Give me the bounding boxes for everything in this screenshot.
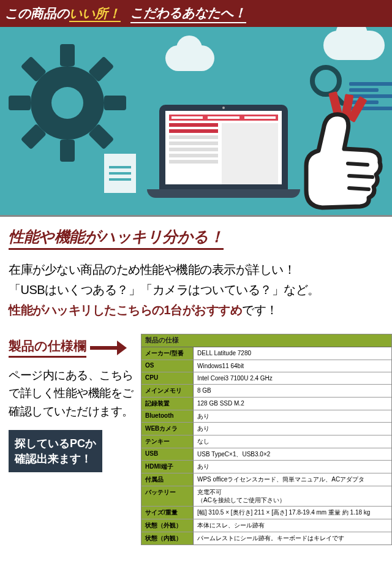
table-row: テンキーなし (141, 435, 391, 448)
spec-value: DELL Latitude 7280 (194, 347, 391, 360)
spec-value: パームレストにシール跡有。キーボードはキレイです (194, 532, 391, 545)
spec-table-header: 製品の仕様 (141, 334, 391, 347)
table-row: メーカー/型番DELL Latitude 7280 (141, 347, 391, 360)
spec-key: テンキー (141, 435, 194, 448)
table-row: Bluetoothあり (141, 410, 391, 423)
table-row: 状態（外観）本体にスレ、シール跡有 (141, 519, 391, 532)
spec-value: あり (194, 423, 391, 435)
arrow-right-icon (90, 346, 118, 350)
spec-value: 128 GB SSD M.2 (194, 398, 391, 410)
body-line-1: 在庫が少ない商品のため性能や機能の表示が詳しい！ (9, 263, 295, 276)
svg-point-9 (51, 87, 83, 119)
body-line-3b: です！ (242, 303, 278, 317)
spec-cta-badge: 探しているPCか 確認出来ます！ (9, 430, 102, 472)
spec-key: 記録装置 (141, 398, 194, 410)
spec-value: [幅] 310.5 × [奥行き] 211 × [高さ] 17.8-19.4 m… (194, 507, 391, 519)
spec-key: USB (141, 448, 194, 460)
svg-rect-1 (60, 44, 75, 66)
svg-point-10 (312, 67, 339, 94)
table-row: バッテリー充電不可 （ACを接続してご使用下さい） (141, 486, 391, 507)
spec-key: 状態（外観） (141, 519, 194, 532)
table-row: CPUIntel Corei3 7100U 2.4 GHz (141, 372, 391, 385)
promo-header: この商品のいい所！ こだわるあなたへ！ (0, 0, 392, 27)
spec-table: 製品の仕様 メーカー/型番DELL Latitude 7280OSWindows… (141, 334, 392, 545)
spec-key: Bluetooth (141, 410, 194, 422)
spec-key: メインメモリ (141, 385, 194, 397)
spec-key: メーカー/型番 (141, 347, 194, 360)
cta-line-2: 確認出来ます！ (15, 453, 92, 465)
feature-section: 性能や機能がハッキリ分かる！ 在庫が少ない商品のため性能や機能の表示が詳しい！ … (0, 217, 392, 328)
spec-value: あり (194, 410, 391, 422)
spec-key: WEBカメラ (141, 423, 194, 435)
header-tagline: こだわるあなたへ！ (130, 4, 246, 23)
cta-line-1: 探しているPCか (15, 437, 96, 450)
svg-rect-3 (9, 96, 31, 110)
section-body: 在庫が少ない商品のため性能や機能の表示が詳しい！ 「USBはいくつある？」「カメ… (9, 260, 383, 320)
table-row: HDMI端子あり (141, 461, 391, 473)
table-row: WEBカメラあり (141, 423, 391, 435)
thumbs-up-icon (276, 99, 392, 217)
spec-key: OS (141, 360, 194, 372)
spec-row: 製品の仕様欄 ページ内にある、こちらで詳しく性能や機能をご確認していただけます。… (0, 334, 392, 545)
table-row: サイズ/重量[幅] 310.5 × [奥行き] 211 × [高さ] 17.8-… (141, 507, 391, 519)
spec-value: 充電不可 （ACを接続してご使用下さい） (194, 486, 391, 506)
spec-value: なし (194, 435, 391, 448)
spec-label: 製品の仕様欄 (9, 337, 86, 358)
table-row: 記録装置128 GB SSD M.2 (141, 398, 391, 410)
spec-value: USB TypeC×1、USB3.0×2 (194, 448, 391, 460)
spec-value: 8 GB (194, 385, 391, 397)
table-row: 状態（内観）パームレストにシール跡有。キーボードはキレイです (141, 532, 391, 545)
section-title: 性能や機能がハッキリ分かる！ (9, 227, 224, 250)
header-highlight: いい所！ (69, 6, 121, 22)
spec-value: Windows11 64bit (194, 360, 391, 372)
body-line-2: 「USBはいくつある？」「カメラはついている？」など。 (9, 283, 320, 296)
spec-value: WPS officeライセンスカード、簡単マニュアル、ACアダプタ (194, 473, 391, 486)
spec-description: ページ内にある、こちらで詳しく性能や機能をご確認していただけます。 (9, 366, 140, 420)
spec-value: 本体にスレ、シール跡有 (194, 519, 391, 532)
header-prefix: この商品のいい所！ (5, 5, 121, 22)
table-row: 付属品WPS officeライセンスカード、簡単マニュアル、ACアダプタ (141, 473, 391, 486)
spec-value: Intel Corei3 7100U 2.4 GHz (194, 372, 391, 384)
spec-key: サイズ/重量 (141, 507, 194, 519)
table-row: OSWindows11 64bit (141, 360, 391, 372)
spec-key: バッテリー (141, 486, 194, 506)
spec-key: HDMI端子 (141, 461, 194, 473)
hero-illustration (0, 27, 392, 217)
spec-key: CPU (141, 372, 194, 384)
document-icon (104, 154, 136, 193)
spec-left-column: 製品の仕様欄 ページ内にある、こちらで詳しく性能や機能をご確認していただけます。… (0, 334, 141, 545)
table-row: USBUSB TypeC×1、USB3.0×2 (141, 448, 391, 461)
table-row: メインメモリ8 GB (141, 385, 391, 398)
cloud-icon (323, 31, 385, 60)
svg-rect-2 (60, 140, 75, 162)
cloud-icon (165, 45, 214, 71)
svg-rect-4 (104, 96, 126, 110)
body-emphasis: 性能がハッキリしたこちらの1台がおすすめ (9, 303, 242, 317)
gear-icon (6, 42, 129, 164)
spec-key: 付属品 (141, 473, 194, 486)
spec-value: あり (194, 461, 391, 473)
spec-key: 状態（内観） (141, 532, 194, 545)
